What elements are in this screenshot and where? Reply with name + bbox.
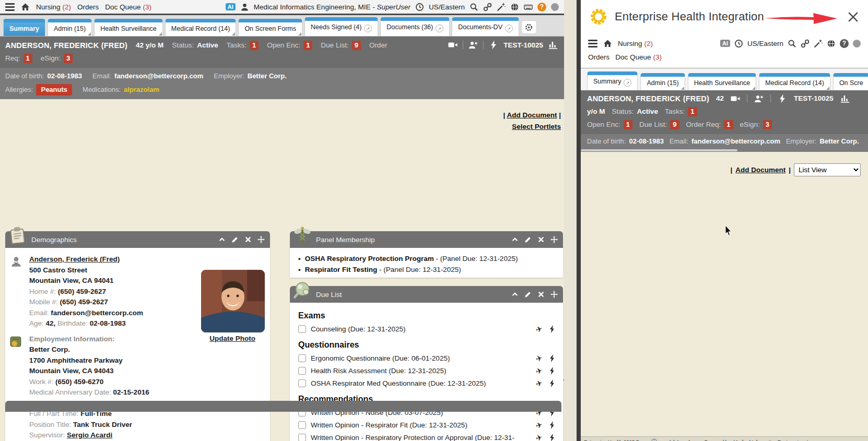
video-call-icon[interactable] bbox=[731, 94, 740, 103]
close-x-icon[interactable] bbox=[244, 236, 252, 243]
patient-name[interactable]: ANDERSON, FREDERICK (FRED) bbox=[5, 40, 127, 51]
chart-stats-icon[interactable] bbox=[548, 40, 558, 50]
help-icon[interactable]: ? bbox=[537, 3, 546, 11]
globe-icon[interactable] bbox=[827, 39, 836, 48]
clock-icon[interactable] bbox=[734, 39, 743, 48]
search-icon[interactable] bbox=[470, 3, 478, 11]
patient-order-req[interactable]: Order Req:1 bbox=[686, 120, 733, 130]
chart-stats-icon[interactable] bbox=[840, 94, 850, 103]
panel-divider[interactable] bbox=[577, 0, 581, 441]
due-item-checkbox[interactable] bbox=[298, 325, 306, 333]
nav-item-nursing[interactable]: Nursing(2) bbox=[36, 3, 71, 11]
timezone-label[interactable]: US/Eastern bbox=[429, 3, 465, 11]
perform-now-icon[interactable] bbox=[549, 421, 556, 429]
globe-icon[interactable] bbox=[510, 3, 519, 11]
close-x-icon[interactable] bbox=[537, 236, 545, 243]
help-icon[interactable]: ? bbox=[840, 39, 849, 48]
keyboard-icon[interactable] bbox=[524, 3, 533, 11]
patient-due-list[interactable]: Due List:9 bbox=[321, 40, 361, 51]
ai-badge[interactable]: AI bbox=[720, 40, 730, 47]
quick-action-bolt-icon[interactable] bbox=[489, 40, 498, 50]
tab-summary[interactable]: Summary bbox=[3, 19, 45, 36]
nav-item-orders[interactable]: Orders bbox=[588, 53, 609, 61]
patient-tasks[interactable]: Tasks:1 bbox=[665, 106, 697, 117]
video-call-icon[interactable] bbox=[448, 40, 458, 50]
tab-summary[interactable]: Summary↗ bbox=[587, 71, 638, 91]
link-icon[interactable] bbox=[801, 39, 810, 48]
perform-now-icon[interactable] bbox=[549, 354, 556, 362]
perform-now-icon[interactable] bbox=[549, 325, 556, 333]
nav-item-doc-queue[interactable]: Doc Queue(3) bbox=[615, 53, 662, 61]
ai-badge[interactable]: AI bbox=[226, 3, 236, 10]
panel-membership-header[interactable]: Panel Membership bbox=[290, 231, 563, 248]
medications-field[interactable]: Medications:alprazolam bbox=[83, 85, 159, 95]
home-icon[interactable] bbox=[21, 3, 30, 11]
add-person-icon[interactable] bbox=[754, 94, 764, 103]
move-icon[interactable] bbox=[550, 236, 558, 243]
due-item-checkbox[interactable] bbox=[298, 367, 306, 375]
patient-tasks[interactable]: Tasks:1 bbox=[227, 40, 259, 51]
patient-open-enc[interactable]: Open Enc:1 bbox=[267, 40, 312, 51]
status-dot-icon[interactable] bbox=[853, 40, 861, 47]
due-item-checkbox[interactable] bbox=[298, 434, 306, 441]
edit-pencil-icon[interactable] bbox=[231, 236, 239, 243]
nav-item-doc-queue[interactable]: Doc Queue(3) bbox=[105, 3, 151, 11]
tab-admin[interactable]: Admin (15) bbox=[48, 19, 92, 36]
info-icon[interactable]: ⓘ bbox=[651, 438, 656, 441]
view-mode-select[interactable]: List View bbox=[794, 163, 861, 176]
footer-powered-by[interactable]: Powered by: Medical Informatics Engineer… bbox=[705, 439, 815, 441]
quick-action-bolt-icon[interactable] bbox=[778, 94, 787, 103]
patient-esign[interactable]: eSign:3 bbox=[740, 120, 772, 130]
wand-icon[interactable] bbox=[497, 3, 506, 11]
demographics-portlet-header[interactable]: Demographics bbox=[5, 231, 270, 248]
link-icon[interactable] bbox=[483, 3, 492, 11]
tab-health-surveillance[interactable]: Health Surveillance bbox=[688, 73, 757, 90]
move-icon[interactable] bbox=[257, 236, 265, 243]
tab-on-screen-forms[interactable]: On Screen Forms bbox=[238, 19, 302, 36]
collapse-icon[interactable] bbox=[218, 236, 226, 243]
due-item-checkbox[interactable] bbox=[298, 354, 306, 362]
add-person-icon[interactable] bbox=[468, 40, 478, 50]
allergies-field[interactable]: Allergies:Peanuts bbox=[5, 84, 72, 96]
menu-hamburger-icon[interactable] bbox=[588, 40, 597, 47]
perform-now-icon[interactable] bbox=[549, 434, 556, 441]
close-panel-icon[interactable] bbox=[847, 10, 860, 23]
tab-settings-gear[interactable] bbox=[521, 20, 537, 34]
search-icon[interactable] bbox=[788, 39, 796, 48]
collapse-icon[interactable] bbox=[511, 236, 519, 243]
patient-name-link[interactable]: Anderson, Frederick (Fred) bbox=[29, 255, 120, 263]
tab-medical-record[interactable]: Medical Record (14) bbox=[165, 19, 237, 36]
tab-medical-record[interactable]: Medical Record (14) bbox=[759, 73, 830, 90]
home-icon[interactable] bbox=[603, 39, 612, 48]
send-order-icon[interactable]: ✈ bbox=[535, 378, 544, 389]
tab-documents-dv[interactable]: Documents-DV↗ bbox=[452, 17, 519, 37]
patient-esign[interactable]: eSign:3 bbox=[41, 53, 73, 64]
tab-health-surveillance[interactable]: Health Surveillance bbox=[94, 19, 163, 36]
patient-photo[interactable] bbox=[201, 270, 265, 332]
close-x-icon[interactable] bbox=[537, 291, 545, 298]
status-dot-icon[interactable] bbox=[551, 3, 559, 11]
due-item-checkbox[interactable] bbox=[298, 379, 306, 387]
patient-order-req[interactable]: Req:1 bbox=[5, 53, 32, 64]
send-order-icon[interactable]: ✈ bbox=[535, 324, 544, 335]
add-document-link[interactable]: Add Document bbox=[735, 166, 785, 174]
edit-pencil-icon[interactable] bbox=[524, 291, 532, 298]
patient-name[interactable]: ANDERSON, FREDERICK (FRED) bbox=[587, 93, 709, 104]
send-order-icon[interactable]: ✈ bbox=[535, 365, 544, 376]
supervisor-link[interactable]: Sergio Acardi bbox=[67, 431, 112, 439]
chart-number[interactable]: TEST-10025 bbox=[794, 93, 834, 104]
perform-now-icon[interactable] bbox=[549, 379, 556, 387]
select-portlets-link[interactable]: Select Portlets bbox=[512, 123, 561, 130]
update-photo-link[interactable]: Update Photo bbox=[209, 335, 255, 342]
due-list-header[interactable]: Due List bbox=[290, 286, 563, 303]
tab-admin[interactable]: Admin (15) bbox=[640, 73, 685, 90]
panel-collapse-arrow[interactable] bbox=[562, 373, 564, 387]
send-order-icon[interactable]: ✈ bbox=[535, 353, 544, 364]
popout-icon[interactable]: ↗ bbox=[364, 25, 372, 32]
add-document-link[interactable]: Add Document bbox=[507, 111, 557, 119]
menu-hamburger-icon[interactable] bbox=[5, 3, 15, 11]
send-order-icon[interactable]: ✈ bbox=[535, 420, 544, 431]
popout-icon[interactable]: ↗ bbox=[436, 25, 443, 32]
patient-open-enc[interactable]: Open Enc:1 bbox=[587, 120, 632, 130]
patient-due-list[interactable]: Due List:9 bbox=[639, 120, 679, 130]
